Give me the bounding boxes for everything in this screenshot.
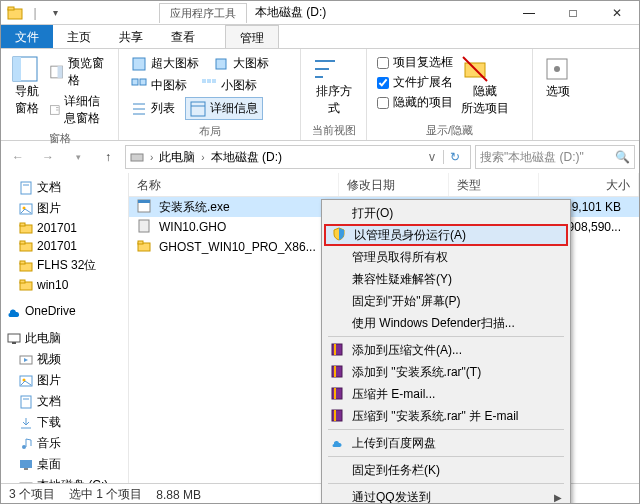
file-icon (137, 219, 153, 235)
chk-file-ext[interactable]: 文件扩展名 (375, 73, 455, 92)
context-label: 打开(O) (352, 205, 393, 222)
rar-icon (330, 364, 346, 380)
context-label: 压缩到 "安装系统.rar" 并 E-mail (352, 408, 519, 425)
maximize-button[interactable]: □ (551, 1, 595, 25)
context-item[interactable]: 添加到 "安装系统.rar"(T) (324, 361, 568, 383)
chevron-right-icon[interactable]: › (148, 152, 155, 163)
tree-item[interactable]: 201701 (1, 237, 128, 255)
context-item[interactable]: 兼容性疑难解答(Y) (324, 268, 568, 290)
context-item[interactable]: 管理员取得所有权 (324, 246, 568, 268)
group-showhide-label: 显示/隐藏 (373, 121, 526, 140)
up-button[interactable]: ↑ (95, 144, 121, 170)
tab-view[interactable]: 查看 (157, 25, 209, 48)
group-layout-label: 布局 (125, 122, 294, 141)
address-bar: ← → ▾ ↑ › 此电脑 › 本地磁盘 (D:) v ↻ 搜索"本地磁盘 (D… (1, 141, 639, 173)
tree-item[interactable]: 文档 (1, 177, 128, 198)
layout-s-button[interactable]: 小图标 (197, 75, 261, 96)
chk-hidden-items[interactable]: 隐藏的项目 (375, 93, 455, 112)
tree-item[interactable]: 下载 (1, 412, 128, 433)
svg-rect-11 (132, 79, 138, 85)
context-item[interactable]: 使用 Windows Defender扫描... (324, 312, 568, 334)
svg-rect-14 (207, 79, 211, 83)
layout-l-button[interactable]: 大图标 (209, 53, 273, 74)
svg-rect-55 (138, 200, 150, 203)
layout-m-button[interactable]: 中图标 (127, 75, 191, 96)
forward-button[interactable]: → (35, 144, 61, 170)
rar-icon (330, 386, 346, 402)
tab-file[interactable]: 文件 (1, 25, 53, 48)
context-label: 固定到"开始"屏幕(P) (352, 293, 461, 310)
tree-item[interactable]: 音乐 (1, 433, 128, 454)
tab-home[interactable]: 主页 (53, 25, 105, 48)
search-input[interactable]: 搜索"本地磁盘 (D:)" 🔍 (475, 145, 635, 169)
back-button[interactable]: ← (5, 144, 31, 170)
breadcrumb-drive[interactable]: 本地磁盘 (D:) (211, 149, 282, 166)
context-item[interactable]: 上传到百度网盘 (324, 432, 568, 454)
col-name[interactable]: 名称 (129, 173, 339, 196)
layout-detail-button[interactable]: 详细信息 (185, 97, 263, 120)
nav-tree[interactable]: 文档图片201701201701FLHS 32位win10OneDrive此电脑… (1, 173, 129, 483)
details-pane-button[interactable]: 详细信息窗格 (46, 91, 112, 129)
context-item[interactable]: 固定到任务栏(K) (324, 459, 568, 481)
hide-selected-button[interactable]: 隐藏 所选项目 (457, 51, 513, 121)
context-item[interactable]: 通过QQ发送到▶ (324, 486, 568, 504)
col-type[interactable]: 类型 (449, 173, 539, 196)
address-box[interactable]: › 此电脑 › 本地磁盘 (D:) v ↻ (125, 145, 471, 169)
window-title: 本地磁盘 (D:) (255, 4, 326, 21)
tree-item[interactable]: FLHS 32位 (1, 255, 128, 276)
preview-pane-button[interactable]: 预览窗格 (46, 53, 112, 91)
nav-pane-button[interactable]: 导航窗格 (7, 51, 46, 129)
layout-xl-button[interactable]: 超大图标 (127, 53, 203, 74)
layout-list-button[interactable]: 列表 (127, 97, 179, 120)
chevron-down-icon[interactable]: v (425, 150, 439, 164)
breadcrumb-thispc[interactable]: 此电脑 (159, 149, 195, 166)
context-item[interactable]: 打开(O) (324, 202, 568, 224)
svg-rect-66 (334, 410, 336, 421)
group-view-label: 当前视图 (307, 121, 360, 140)
sort-button[interactable]: 排序方式 (307, 51, 360, 121)
svg-rect-40 (20, 280, 25, 283)
svg-rect-36 (20, 241, 25, 244)
close-button[interactable]: ✕ (595, 1, 639, 25)
svg-rect-1 (8, 7, 14, 10)
col-size[interactable]: 大小 (539, 173, 639, 196)
context-item[interactable]: 以管理员身份运行(A) (324, 224, 568, 246)
tree-thispc[interactable]: 此电脑 (1, 328, 128, 349)
minimize-button[interactable]: — (507, 1, 551, 25)
tree-item[interactable]: 桌面 (1, 454, 128, 475)
context-item[interactable]: 压缩并 E-mail... (324, 383, 568, 405)
tree-item[interactable]: 图片 (1, 370, 128, 391)
svg-rect-34 (20, 223, 25, 226)
context-item[interactable]: 添加到压缩文件(A)... (324, 339, 568, 361)
qat-dropdown-icon[interactable]: ▾ (47, 5, 63, 21)
tree-item[interactable]: 图片 (1, 198, 128, 219)
tree-onedrive[interactable]: OneDrive (1, 302, 128, 320)
svg-rect-9 (133, 58, 145, 70)
tree-item[interactable]: 本地磁盘 (C:) (1, 475, 128, 483)
rar-icon (330, 408, 346, 424)
chevron-right-icon[interactable]: › (199, 152, 206, 163)
context-item[interactable]: 压缩到 "安装系统.rar" 并 E-mail (324, 405, 568, 427)
svg-rect-50 (20, 460, 32, 468)
cloud-icon (330, 435, 346, 451)
tree-item[interactable]: 201701 (1, 219, 128, 237)
tree-item[interactable]: 文档 (1, 391, 128, 412)
separator (328, 483, 564, 484)
list-header: 名称 修改日期 类型 大小 (129, 173, 639, 197)
status-selection: 选中 1 个项目 (69, 486, 142, 503)
svg-rect-56 (139, 220, 149, 232)
refresh-button[interactable]: ↻ (443, 150, 466, 164)
options-button[interactable]: 选项 (539, 51, 577, 104)
file-icon (137, 199, 153, 215)
tab-share[interactable]: 共享 (105, 25, 157, 48)
col-date[interactable]: 修改日期 (339, 173, 449, 196)
tree-item[interactable]: win10 (1, 276, 128, 294)
context-item[interactable]: 固定到"开始"屏幕(P) (324, 290, 568, 312)
tab-manage[interactable]: 管理 (225, 25, 279, 48)
tree-item[interactable]: 视频 (1, 349, 128, 370)
recent-button[interactable]: ▾ (65, 144, 91, 170)
separator (328, 429, 564, 430)
status-size: 8.88 MB (156, 488, 201, 502)
chk-checkbox-items[interactable]: 项目复选框 (375, 53, 455, 72)
context-label: 通过QQ发送到 (352, 489, 431, 505)
